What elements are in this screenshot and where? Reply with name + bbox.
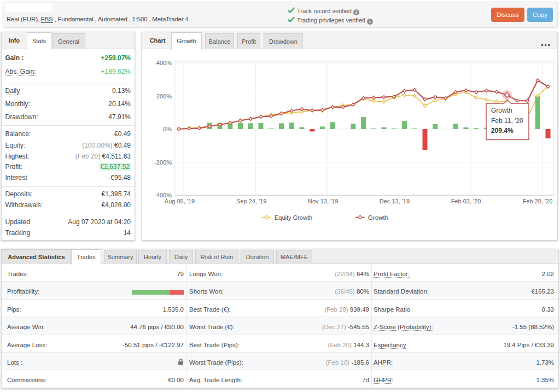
svg-text:200%: 200% (156, 93, 172, 100)
svg-text:Dec 13, '19: Dec 13, '19 (380, 198, 410, 204)
svg-text:400%: 400% (156, 60, 172, 66)
svg-text:-200%: -200% (154, 159, 172, 166)
svg-text:Nov 13, '19: Nov 13, '19 (308, 198, 338, 204)
svg-text:Feb 11, '20: Feb 11, '20 (491, 117, 523, 125)
svg-text:Feb 03, '20: Feb 03, '20 (451, 198, 481, 204)
svg-text:0%: 0% (163, 126, 172, 132)
svg-text:Sep 24, '19: Sep 24, '19 (236, 198, 266, 204)
svg-text:Growth: Growth (491, 107, 512, 114)
svg-text:209.4%: 209.4% (491, 127, 514, 134)
svg-text:Growth: Growth (368, 214, 388, 221)
svg-text:Equity Growth: Equity Growth (275, 214, 312, 221)
svg-text:Aug 05, '19: Aug 05, '19 (165, 198, 195, 204)
svg-text:Feb 20, '20: Feb 20, '20 (523, 198, 553, 204)
